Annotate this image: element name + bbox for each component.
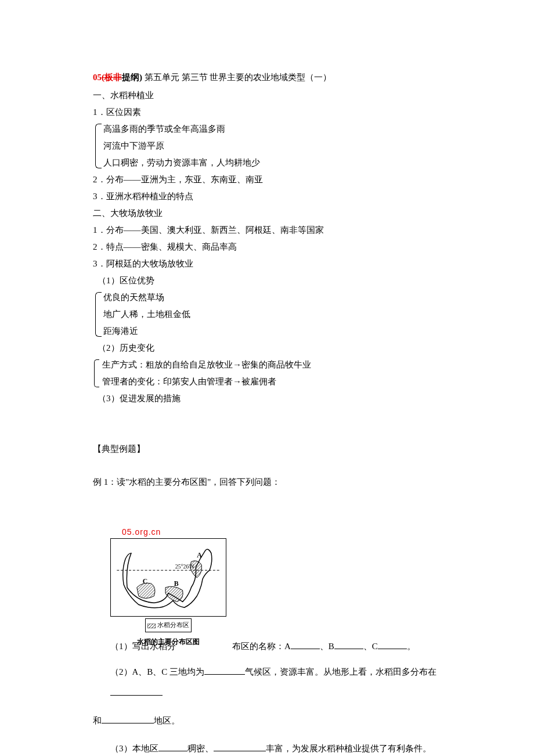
blank-q2-3[interactable] bbox=[102, 714, 154, 724]
section-2-3-3: （3）促进发展的措施 bbox=[93, 391, 453, 406]
q3-text-c: 丰富，为发展水稻种植业提供了有利条件。 bbox=[266, 744, 431, 753]
q3-text-a: （3）本地区 bbox=[110, 744, 158, 753]
section-1-2: 2．分布——亚洲为主，东亚、东南亚、南亚 bbox=[93, 172, 453, 188]
example-1-title: 例 1：读"水稻的主要分布区图"，回答下列问题： bbox=[93, 474, 453, 490]
section-2-3: 3．阿根廷的大牧场放牧业 bbox=[93, 256, 453, 272]
examples-section-label: 【典型例题】 bbox=[93, 441, 453, 457]
map-caption: 水稻的主要分布区图 bbox=[110, 636, 226, 649]
question-1-right: 布区的名称：A、B、C。 bbox=[226, 639, 453, 654]
map-legend: 水稻分布区 bbox=[145, 618, 192, 632]
map-figure: 05.org.cn 25°26'N bbox=[110, 525, 226, 649]
bracket-item: 河流中下游平原 bbox=[103, 138, 453, 154]
question-3: （3）本地区稠密、丰富，为发展水稻种植业提供了有利条件。 bbox=[93, 738, 453, 756]
header-strike: (板非 bbox=[102, 73, 122, 82]
header-prefix: 05 bbox=[93, 73, 102, 82]
q1-text-b: 、B bbox=[320, 642, 334, 651]
q2-line2-b: 地区。 bbox=[154, 716, 180, 725]
header-bold: 提纲) bbox=[122, 73, 142, 82]
section-2-title: 二、大牧场放牧业 bbox=[93, 206, 453, 221]
bracket-item: 生产方式：粗放的自给自足放牧业→密集的商品牧牛业 bbox=[102, 357, 453, 373]
blank-c[interactable] bbox=[378, 640, 407, 650]
svg-rect-4 bbox=[147, 624, 156, 628]
bracket-item: 人口稠密，劳动力资源丰富，人均耕地少 bbox=[103, 155, 453, 171]
section-1-title: 一、水稻种植业 bbox=[93, 88, 453, 103]
map-legend-label: 水稻分布区 bbox=[157, 621, 189, 628]
svg-text:B: B bbox=[174, 579, 179, 588]
section-2-1: 1．分布——美国、澳大利亚、新西兰、阿根廷、南非等国家 bbox=[93, 222, 453, 238]
q1-end: 。 bbox=[407, 642, 416, 651]
blank-q3-2[interactable] bbox=[214, 742, 266, 752]
section-1-3: 3．亚洲水稻种植业的特点 bbox=[93, 189, 453, 204]
question-2-line1: （2）A、B、C 三地均为气候区，资源丰富。从地形上看，水稻田多分布在 bbox=[93, 661, 453, 703]
document-title: 05(板非提纲) 第五单元 第三节 世界主要的农业地域类型（一） bbox=[93, 70, 453, 85]
map-container: 05.org.cn 25°26'N bbox=[110, 525, 226, 649]
section-2-3-2-bracket: 生产方式：粗放的自给自足放牧业→密集的商品牧牛业 管理者的变化：印第安人由管理者… bbox=[93, 357, 453, 390]
header-title-text: 第五单元 第三节 世界主要的农业地域类型（一） bbox=[142, 73, 331, 82]
blank-a[interactable] bbox=[291, 640, 320, 650]
section-1-1: 1．区位因素 bbox=[93, 105, 453, 120]
bracket-item: 地广人稀，土地租金低 bbox=[103, 307, 453, 322]
question-1-left: 05.org.cn 25°26'N bbox=[93, 507, 226, 654]
bracket-item: 距海港近 bbox=[103, 323, 453, 339]
q2-text-b: 气候区，资源丰富。从地形上看，水稻田多分布在 bbox=[245, 667, 436, 676]
section-1-1-bracket: 高温多雨的季节或全年高温多雨 河流中下游平原 人口稠密，劳动力资源丰富，人均耕地… bbox=[93, 121, 453, 171]
blank-q3-1[interactable] bbox=[158, 742, 187, 752]
q1-text-c: 、C bbox=[363, 642, 378, 651]
svg-text:A: A bbox=[197, 551, 202, 559]
map-svg: 25°26'N A B C bbox=[110, 538, 226, 617]
section-2-3-1: （1）区位优势 bbox=[93, 273, 453, 289]
q2-line2-a: 和 bbox=[93, 716, 102, 725]
bracket-item: 管理者的变化：印第安人由管理者→被雇佣者 bbox=[102, 374, 453, 390]
question-2-line2: 和地区。 bbox=[93, 710, 453, 731]
q2-text-a: （2）A、B、C 三地均为 bbox=[110, 667, 204, 676]
blank-q2-2[interactable] bbox=[110, 686, 163, 696]
blank-q2-1[interactable] bbox=[204, 665, 245, 675]
bracket-item: 高温多雨的季节或全年高温多雨 bbox=[103, 121, 453, 137]
svg-text:C: C bbox=[143, 577, 148, 585]
question-1-row: 05.org.cn 25°26'N bbox=[93, 507, 453, 654]
section-2-2: 2．特点——密集、规模大、商品率高 bbox=[93, 239, 453, 255]
blank-b[interactable] bbox=[334, 640, 363, 650]
section-2-3-2: （2）历史变化 bbox=[93, 340, 453, 356]
section-2-3-1-bracket: 优良的天然草场 地广人稀，土地租金低 距海港近 bbox=[93, 290, 453, 339]
bracket-item: 优良的天然草场 bbox=[103, 290, 453, 305]
q3-text-b: 稠密、 bbox=[187, 744, 214, 753]
map-watermark: 05.org.cn bbox=[122, 525, 226, 539]
q1-text-a: 布区的名称：A bbox=[232, 642, 291, 651]
